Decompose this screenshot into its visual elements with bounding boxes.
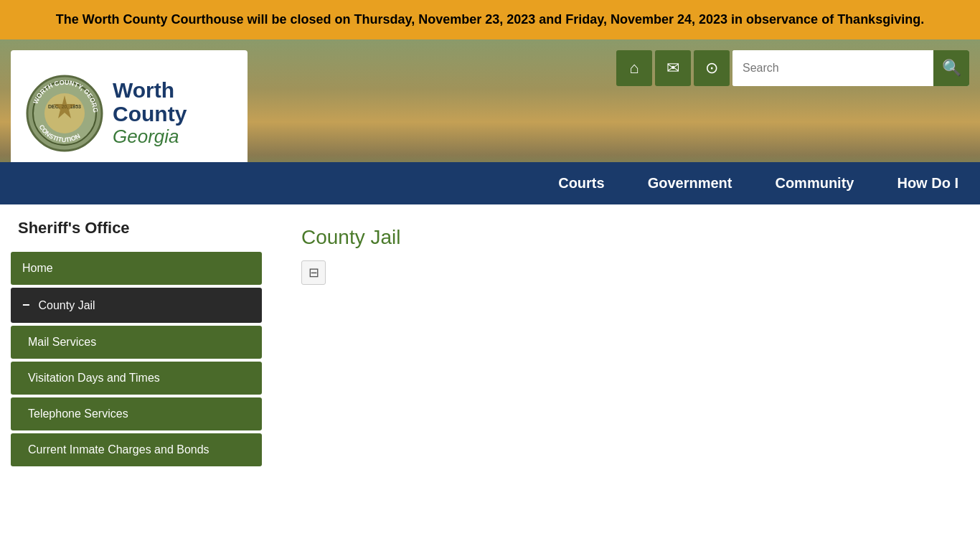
county-seal: WORTH COUNTY, GEORGIA CONSTITUTION DEC. …	[25, 74, 104, 153]
location-icon-button[interactable]: ⊙	[694, 50, 730, 86]
sidebar-item-inmate-charges[interactable]: Current Inmate Charges and Bonds	[11, 433, 262, 466]
sidebar: Sheriff's Office Home − County Jail Mail…	[0, 204, 273, 549]
alert-banner: The Worth County Courthouse will be clos…	[0, 0, 980, 39]
location-icon: ⊙	[705, 59, 718, 77]
mail-icon: ✉	[666, 59, 679, 77]
sidebar-item-home-label: Home	[22, 262, 53, 275]
logo-box[interactable]: WORTH COUNTY, GEORGIA CONSTITUTION DEC. …	[11, 50, 248, 176]
header: WORTH COUNTY, GEORGIA CONSTITUTION DEC. …	[0, 39, 980, 204]
search-icon: 🔍	[942, 59, 961, 77]
logo-worth-county: Worth County	[113, 78, 233, 126]
sidebar-item-mail-services[interactable]: Mail Services	[11, 326, 262, 359]
sidebar-item-visitation[interactable]: Visitation Days and Times	[11, 362, 262, 395]
sidebar-title: Sheriff's Office	[11, 219, 262, 237]
main-nav: Courts Government Community How Do I	[0, 162, 980, 204]
sidebar-item-telephone[interactable]: Telephone Services	[11, 397, 262, 430]
logo-text: Worth County Georgia	[113, 78, 233, 148]
sidebar-item-telephone-label: Telephone Services	[28, 408, 128, 420]
sidebar-item-home[interactable]: Home	[11, 252, 262, 285]
main-content: Sheriff's Office Home − County Jail Mail…	[0, 204, 980, 549]
sidebar-item-inmate-charges-label: Current Inmate Charges and Bonds	[28, 443, 209, 456]
sidebar-item-county-jail-label: County Jail	[39, 299, 95, 312]
minus-icon: −	[22, 298, 30, 313]
utility-bar: ⌂ ✉ ⊙ 🔍	[616, 50, 969, 86]
home-icon: ⌂	[629, 59, 639, 77]
print-button[interactable]: ⊟	[301, 260, 326, 285]
nav-courts[interactable]: Courts	[537, 162, 626, 204]
search-input[interactable]	[732, 50, 933, 86]
search-container: 🔍	[732, 50, 969, 86]
sidebar-item-mail-services-label: Mail Services	[28, 336, 96, 349]
nav-government[interactable]: Government	[626, 162, 754, 204]
sidebar-menu: Home − County Jail Mail Services Visitat…	[11, 252, 262, 466]
mail-icon-button[interactable]: ✉	[655, 50, 691, 86]
nav-how-do-i[interactable]: How Do I	[875, 162, 980, 204]
page-title: County Jail	[301, 226, 951, 249]
page-content: County Jail ⊟	[273, 204, 980, 549]
home-icon-button[interactable]: ⌂	[616, 50, 652, 86]
logo-georgia: Georgia	[113, 126, 233, 148]
sidebar-item-county-jail[interactable]: − County Jail	[11, 288, 262, 323]
nav-community[interactable]: Community	[753, 162, 875, 204]
alert-text: The Worth County Courthouse will be clos…	[56, 12, 924, 27]
sidebar-item-visitation-label: Visitation Days and Times	[28, 372, 160, 385]
print-icon: ⊟	[308, 265, 319, 281]
search-button[interactable]: 🔍	[933, 50, 969, 86]
